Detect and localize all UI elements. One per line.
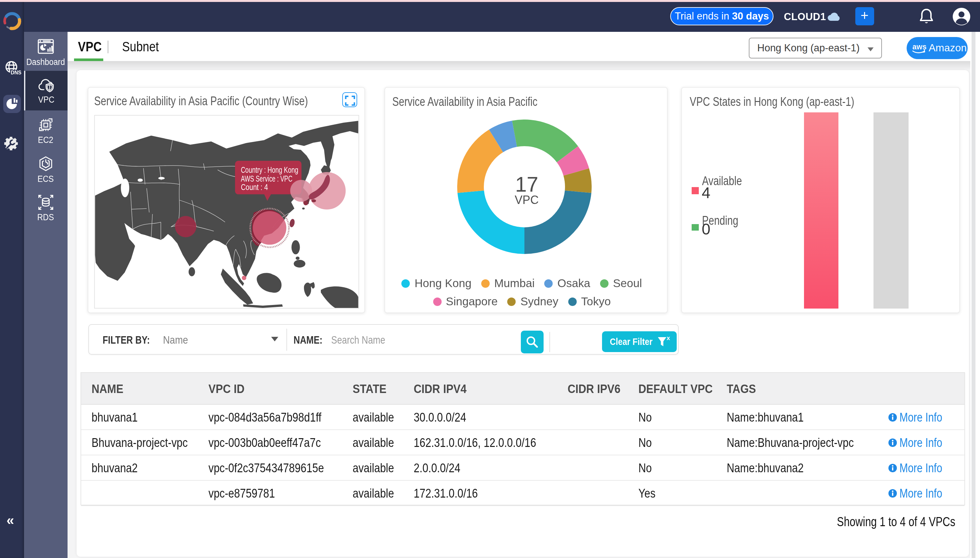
svg-text:AWS Service : VPC: AWS Service : VPC <box>241 174 293 183</box>
svg-text:Country : Hong Kong: Country : Hong Kong <box>241 165 298 174</box>
svg-text:Count : 4: Count : 4 <box>241 182 268 192</box>
svg-text:x: x <box>667 334 670 341</box>
svg-text:DNS: DNS <box>11 70 21 75</box>
